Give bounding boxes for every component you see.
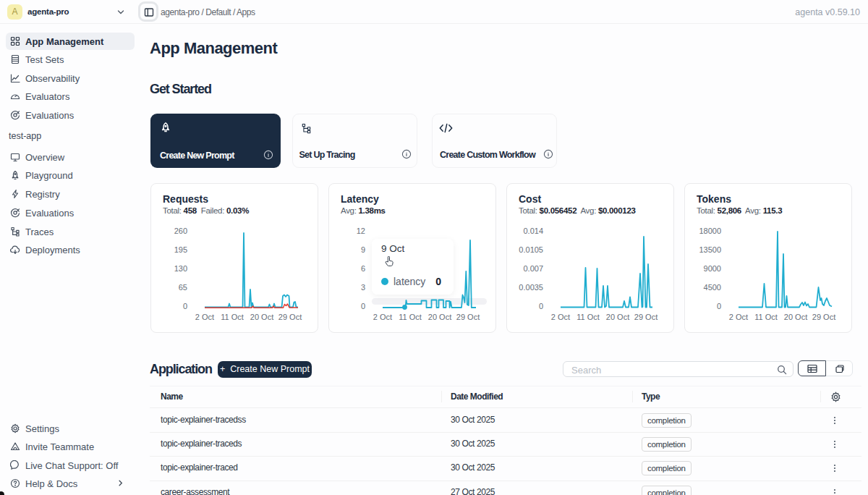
svg-text:29 Oct: 29 Oct [278, 313, 302, 321]
svg-text:20 Oct: 20 Oct [250, 313, 273, 321]
svg-text:6: 6 [361, 264, 365, 273]
svg-text:12: 12 [357, 227, 365, 235]
svg-text:0: 0 [183, 302, 187, 310]
svg-text:2 Oct: 2 Oct [729, 313, 748, 321]
svg-text:260: 260 [174, 227, 187, 235]
svg-text:2 Oct: 2 Oct [551, 313, 570, 321]
svg-text:29 Oct: 29 Oct [812, 313, 835, 321]
svg-text:0.0035: 0.0035 [519, 283, 543, 292]
svg-text:2 Oct: 2 Oct [373, 313, 392, 321]
svg-text:3: 3 [361, 283, 365, 292]
svg-text:11 Oct: 11 Oct [576, 313, 600, 321]
svg-text:20 Oct: 20 Oct [606, 313, 629, 321]
svg-text:0.014: 0.014 [523, 227, 543, 235]
svg-text:18000: 18000 [699, 227, 721, 235]
svg-text:13500: 13500 [699, 245, 721, 254]
svg-text:2 Oct: 2 Oct [195, 313, 214, 321]
svg-text:0: 0 [717, 302, 721, 310]
svg-text:195: 195 [174, 245, 187, 254]
svg-text:20 Oct: 20 Oct [428, 313, 451, 321]
svg-text:11 Oct: 11 Oct [221, 313, 244, 321]
svg-text:130: 130 [174, 264, 187, 273]
svg-text:0: 0 [361, 302, 365, 310]
svg-text:29 Oct: 29 Oct [456, 313, 480, 321]
svg-text:29 Oct: 29 Oct [634, 313, 658, 321]
svg-text:0.0105: 0.0105 [519, 245, 543, 254]
svg-text:9000: 9000 [704, 264, 721, 273]
svg-text:4500: 4500 [704, 283, 721, 292]
svg-text:11 Oct: 11 Oct [399, 313, 422, 321]
svg-text:11 Oct: 11 Oct [754, 313, 778, 321]
svg-text:0: 0 [539, 302, 543, 310]
svg-text:9: 9 [361, 245, 365, 254]
svg-text:0.007: 0.007 [523, 264, 543, 273]
svg-text:20 Oct: 20 Oct [784, 313, 807, 321]
svg-text:65: 65 [179, 283, 187, 292]
